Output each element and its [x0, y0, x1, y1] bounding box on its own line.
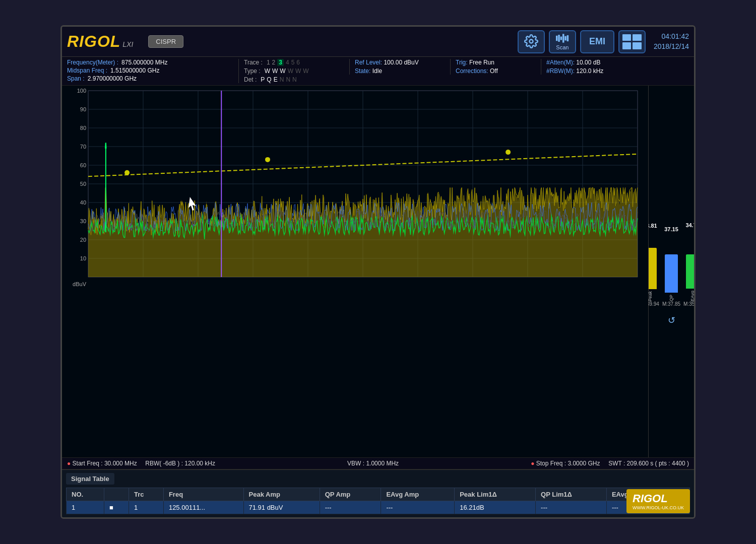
qp-bar-wrapper: [664, 232, 678, 293]
bottom-logo-text: RIGOL: [633, 492, 684, 505]
col-qp-amp: QP Amp: [320, 488, 381, 501]
table-row[interactable]: 1 ■ 1 125.00111... 71.91 dBuV --- --- 16…: [67, 501, 690, 514]
eavg-bar-col: 34.78 EAvg M:35.07: [683, 222, 694, 307]
qp-mvalue: M:37.85: [662, 301, 680, 307]
bottom-logo-sub: WWW.RIGOL-UK.CO.UK: [633, 505, 684, 510]
datetime-display: 04:01:42 2018/12/14: [654, 32, 689, 51]
logo-lxi: LXI: [122, 40, 133, 48]
col-qp-lim1: QP Lim1Δ: [536, 488, 607, 501]
frequency-value: 875.000000 MHz: [121, 59, 167, 66]
header-controls: Scan EMI 04:01:42 2018/12/14: [518, 30, 689, 53]
signal-table: NO. Trc Freq Peak Amp QP Amp EAvg Amp Pe…: [66, 488, 690, 514]
refresh-icon[interactable]: ↺: [668, 315, 675, 326]
cell-eavg-amp: ---: [381, 501, 455, 514]
cell-qp-amp: ---: [320, 501, 381, 514]
freq-info: Frequency(Meter) : 875.000000 MHz Midspa…: [67, 59, 238, 82]
header: RIGOL LXI CISPR: [62, 27, 694, 57]
gear-button[interactable]: [518, 30, 545, 53]
col-eavg-amp: EAvg Amp: [381, 488, 455, 501]
cell-qp-lim1: ---: [536, 501, 607, 514]
logo-rigol: RIGOL: [67, 32, 120, 51]
stop-freq: ● Stop Freq : 3.0000 GHz SWT : 209.600 s…: [531, 460, 689, 467]
span-value: 2.970000000 GHz: [88, 75, 137, 82]
emi-label: EMI: [589, 36, 605, 47]
qp-bar-col: 37.15 QP M:37.85: [662, 226, 680, 307]
start-freq: ● Start Freq : 30.000 MHz RBW( -6dB ) : …: [67, 460, 215, 467]
svg-point-0: [529, 39, 533, 43]
svg-rect-3: [560, 36, 562, 40]
col-marker: [104, 488, 129, 501]
cell-marker: ■: [104, 501, 129, 514]
col-trc: Trc: [129, 488, 164, 501]
signal-table-title: Signal Table: [66, 473, 114, 485]
midspan-value: 1.515000000 GHz: [110, 67, 159, 74]
svg-rect-4: [562, 34, 564, 42]
cell-no: 1: [67, 501, 104, 514]
qp-label: QP: [669, 295, 674, 301]
grid-button[interactable]: [618, 30, 646, 53]
emi-button[interactable]: EMI: [580, 30, 614, 53]
eavg-mvalue: M:35.07: [683, 301, 694, 307]
col-peak-lim1: Peak Lim1Δ: [455, 488, 536, 501]
chart-sidebar: 38.81 Peak M:39.94 37.15 QP M:37.85: [649, 86, 694, 457]
eavg-value: 34.78: [685, 222, 694, 228]
midspan-label: Midspan Freq :: [67, 67, 107, 74]
col-no: NO.: [67, 488, 104, 501]
qp-bar: [665, 254, 678, 293]
cell-trc: 1: [129, 501, 164, 514]
svg-rect-5: [564, 36, 566, 40]
col-freq: Freq: [163, 488, 243, 501]
chart-container: 38.81 Peak M:39.94 37.15 QP M:37.85: [62, 86, 694, 457]
svg-rect-1: [556, 35, 557, 40]
span-label: Span :: [67, 75, 85, 82]
scan-button[interactable]: Scan: [549, 30, 576, 53]
cell-freq: 125.00111...: [163, 501, 243, 514]
eavg-label: EAvg: [690, 291, 694, 301]
svg-rect-6: [567, 35, 569, 41]
bottom-logo: RIGOL WWW.RIGOL-UK.CO.UK: [626, 489, 690, 513]
trace-info: Trace : 1 2 3 4 5 6 Type : W W W W W W D…: [238, 59, 349, 83]
scan-label: Scan: [556, 44, 569, 50]
svg-rect-2: [558, 35, 559, 42]
signal-table-section: Signal Table NO. Trc Freq Peak Amp QP Am…: [62, 469, 694, 517]
eavg-bar-wrapper: [685, 228, 694, 289]
freq-bar: ● Start Freq : 30.000 MHz RBW( -6dB ) : …: [62, 457, 694, 469]
trig-info: Trig: Free Run Corrections: Off: [450, 59, 541, 75]
eavg-bar: [686, 254, 694, 289]
col-peak-amp: Peak Amp: [243, 488, 320, 501]
cell-peak-amp: 71.91 dBuV: [243, 501, 320, 514]
logo-area: RIGOL LXI: [67, 32, 133, 51]
frequency-label: Frequency(Meter) :: [67, 59, 118, 66]
atten-info: #Atten(M): 10.00 dB #RBW(M): 120.0 kHz: [541, 59, 608, 75]
peak-label: Peak: [648, 291, 653, 302]
cispr-button[interactable]: CISPR: [148, 35, 183, 48]
vbw: VBW : 1.0000 MHz: [347, 460, 399, 467]
status-info: Ref Level: 100.00 dBuV State: Idle: [349, 59, 450, 75]
qp-value: 37.15: [664, 226, 678, 232]
spectrum-display[interactable]: [62, 86, 649, 457]
main-window: RIGOL LXI CISPR: [60, 25, 696, 519]
cell-peak-lim1: 16.21dB: [455, 501, 536, 514]
info-row: Frequency(Meter) : 875.000000 MHz Midspa…: [62, 57, 694, 86]
